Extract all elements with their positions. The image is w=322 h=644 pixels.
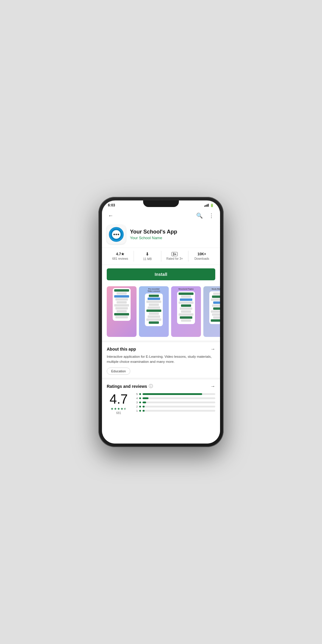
reviews-count: 681 <box>116 411 121 415</box>
education-tag[interactable]: Education <box>107 368 130 375</box>
screenshot-2-label: Pre-recordedVideo Lessons <box>148 288 160 292</box>
bar-dot-4 <box>139 397 141 399</box>
downloads-value: 10K+ <box>197 252 206 256</box>
screen-content[interactable]: ← 🔍 ⋮ <box>102 209 220 444</box>
age-label: Rated for 3+ <box>166 257 183 260</box>
bar-track-4 <box>143 397 215 399</box>
rating-value: 4.7★ <box>116 252 124 256</box>
star-1: ★ <box>111 407 114 411</box>
app-name: Your School's App <box>130 229 177 235</box>
star-half: ★ ★ <box>124 407 127 411</box>
download-icon: ⬇ <box>145 252 149 256</box>
about-title: About this app <box>107 347 136 351</box>
screenshot-4-label: Study Materials <box>212 288 220 290</box>
screenshot-3-label: Structured Topics <box>179 288 194 290</box>
bar-label-2: 2 <box>135 405 138 408</box>
ratings-info-icon[interactable]: ⓘ <box>149 384 153 389</box>
install-button[interactable]: Install <box>107 268 215 280</box>
bar-fill-4 <box>143 397 148 399</box>
stat-age: 3+ Rated for 3+ <box>161 252 188 260</box>
notch <box>143 200 179 207</box>
app-icon <box>109 227 124 242</box>
search-icon[interactable]: 🔍 <box>195 211 204 220</box>
big-rating-block: 4.7 ★ ★ ★ ★ ★ ★ 681 <box>107 393 131 415</box>
bar-fill-3 <box>143 402 146 403</box>
install-btn-wrapper: Install <box>102 265 220 284</box>
ratings-section: Ratings and reviews ⓘ → 4.7 ★ ★ ★ ★ <box>102 378 220 419</box>
nav-right-icons: 🔍 ⋮ <box>195 211 215 220</box>
bar-row-1: 1 <box>135 409 215 412</box>
bar-dot-3 <box>139 402 141 403</box>
app-developer[interactable]: Your School Name <box>130 236 177 240</box>
about-arrow[interactable]: → <box>210 346 215 352</box>
bar-track-3 <box>143 402 215 403</box>
age-rating-value: 3+ <box>171 252 178 256</box>
status-time: 6:03 <box>108 203 115 207</box>
bar-track-2 <box>143 406 215 407</box>
stars-row: ★ ★ ★ ★ ★ ★ <box>111 407 127 411</box>
bar-label-1: 1 <box>135 409 138 412</box>
size-label: 11 MB <box>143 257 152 261</box>
star-3: ★ <box>117 407 120 411</box>
bar-row-3: 3 <box>135 401 215 404</box>
app-title-block: Your School's App Your School Name <box>130 229 177 240</box>
bar-track-5 <box>143 393 215 395</box>
ratings-body: 4.7 ★ ★ ★ ★ ★ ★ 681 <box>107 393 215 415</box>
bar-dot-5 <box>139 393 141 395</box>
bar-track-1 <box>143 410 215 412</box>
rating-bars: 54321 <box>135 393 215 412</box>
bar-fill-2 <box>143 406 145 407</box>
svg-point-4 <box>116 234 117 235</box>
bar-dot-1 <box>139 410 141 412</box>
bar-fill-1 <box>143 410 145 412</box>
app-header: Your School's App Your School Name <box>102 223 220 248</box>
star-4: ★ <box>120 407 123 411</box>
screenshot-2: Pre-recordedVideo Lessons <box>139 286 169 337</box>
screenshot-4: Study Materials <box>203 286 220 337</box>
screenshot-3: Structured Topics <box>171 286 201 337</box>
stats-row: 4.7★ 681 reviews ⬇ 11 MB 3+ Rated for 3+… <box>102 248 220 265</box>
phone-frame: 6:03 🔋 ← 🔍 ⋮ <box>98 197 224 447</box>
battery-icon: 🔋 <box>210 203 214 207</box>
app-icon-wrapper <box>107 225 126 244</box>
downloads-label: Downloads <box>194 257 209 260</box>
more-options-icon[interactable]: ⋮ <box>208 211 215 220</box>
about-section: About this app → Interactive application… <box>102 340 220 378</box>
svg-point-5 <box>118 234 119 235</box>
stat-downloads: 10K+ Downloads <box>188 252 215 260</box>
bar-row-4: 4 <box>135 397 215 400</box>
bar-label-4: 4 <box>135 397 138 400</box>
ratings-title-group: Ratings and reviews ⓘ <box>107 384 153 389</box>
phone-screen: 6:03 🔋 ← 🔍 ⋮ <box>102 200 220 444</box>
ratings-header: Ratings and reviews ⓘ → <box>107 384 215 389</box>
about-description: Interactive application for E-Learning. … <box>107 354 215 365</box>
stat-rating: 4.7★ 681 reviews <box>107 252 134 260</box>
bar-row-5: 5 <box>135 393 215 396</box>
bar-label-3: 3 <box>135 401 138 404</box>
ratings-title: Ratings and reviews <box>107 384 147 389</box>
signal-icon <box>204 204 209 207</box>
bar-label-5: 5 <box>135 393 138 396</box>
rating-label: 681 reviews <box>112 257 128 260</box>
bar-fill-5 <box>143 393 202 395</box>
about-header: About this app → <box>107 346 215 352</box>
top-nav: ← 🔍 ⋮ <box>102 209 220 223</box>
svg-point-3 <box>114 234 115 235</box>
ratings-arrow[interactable]: → <box>210 384 215 389</box>
big-rating-number: 4.7 <box>109 393 128 406</box>
star-2: ★ <box>114 407 117 411</box>
status-icons: 🔋 <box>204 203 214 207</box>
stat-size: ⬇ 11 MB <box>134 252 161 261</box>
screenshot-1 <box>107 286 137 337</box>
bar-dot-2 <box>139 406 141 407</box>
bar-row-2: 2 <box>135 405 215 408</box>
back-button[interactable]: ← <box>107 211 114 220</box>
screenshots-scroll[interactable]: Pre-recordedVideo Lessons <box>102 284 220 340</box>
